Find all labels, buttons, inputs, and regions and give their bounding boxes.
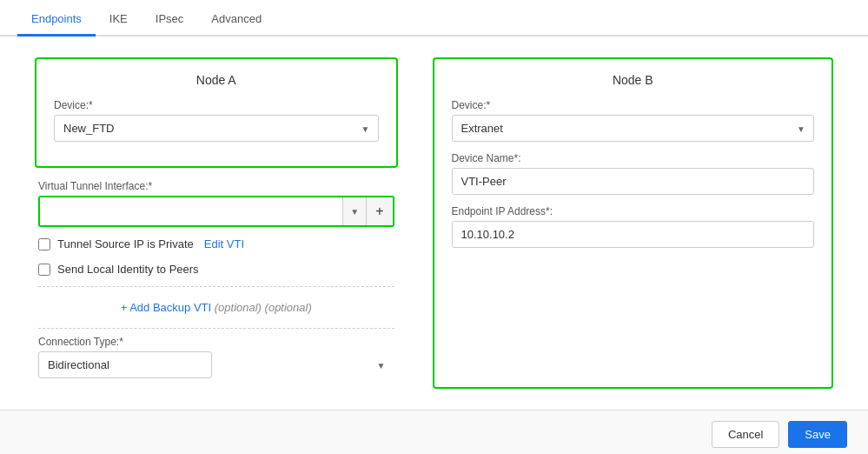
footer: Cancel Save xyxy=(0,410,868,454)
node-b-device-wrapper: Extranet Other ▼ xyxy=(452,115,815,142)
node-b-device-name-input[interactable] xyxy=(452,168,815,195)
node-a-device-select[interactable]: New_FTD Other xyxy=(54,115,379,142)
node-b-title: Node B xyxy=(452,73,815,87)
vti-label: Virtual Tunnel Interface:* xyxy=(38,180,394,192)
node-a-extra: Virtual Tunnel Interface:* ▼ + Tunnel So… xyxy=(35,180,398,389)
tab-endpoints[interactable]: Endpoints xyxy=(17,3,96,37)
edit-vti-link[interactable]: Edit VTI xyxy=(204,237,244,250)
node-a-device-label: Device:* xyxy=(54,99,379,111)
add-backup-vti-row: + Add Backup VTI (optional) (optional) xyxy=(38,294,394,321)
tab-ike[interactable]: IKE xyxy=(96,3,142,37)
send-local-checkbox[interactable] xyxy=(38,264,50,276)
node-b-endpoint-ip-input[interactable] xyxy=(452,221,815,248)
send-local-row: Send Local Identity to Peers xyxy=(38,259,394,279)
connection-type-arrow-icon: ▼ xyxy=(377,360,386,370)
divider xyxy=(38,286,394,287)
node-b-device-name-label: Device Name*: xyxy=(452,152,815,164)
vti-input-row: ▼ + xyxy=(38,196,394,227)
send-local-label: Send Local Identity to Peers xyxy=(57,263,199,276)
cancel-button[interactable]: Cancel xyxy=(712,421,779,448)
node-b-device-select[interactable]: Extranet Other xyxy=(452,115,815,142)
tab-advanced[interactable]: Advanced xyxy=(197,3,275,37)
add-backup-optional: (optional) xyxy=(215,301,262,314)
content-area: Node A Device:* New_FTD Other ▼ Virtual … xyxy=(0,37,868,410)
node-a-device-wrapper: New_FTD Other ▼ xyxy=(54,115,379,142)
connection-type-wrapper: Bidirectional Answer Only Originate Only… xyxy=(38,351,394,378)
node-b-device-label: Device:* xyxy=(452,99,815,111)
connection-type-label: Connection Type:* xyxy=(38,336,394,348)
divider2 xyxy=(38,328,394,329)
vti-input[interactable] xyxy=(40,197,342,225)
add-backup-vti-link[interactable]: + Add Backup VTI xyxy=(121,301,215,314)
tab-ipsec[interactable]: IPsec xyxy=(142,3,198,37)
tunnel-source-row: Tunnel Source IP is Private Edit VTI xyxy=(38,234,394,254)
main-container: Endpoints IKE IPsec Advanced Node A Devi… xyxy=(0,0,868,454)
node-a-title: Node A xyxy=(54,73,379,87)
node-b-panel: Node B Device:* Extranet Other ▼ Device … xyxy=(433,57,834,389)
tunnel-source-label: Tunnel Source IP is Private xyxy=(57,237,194,250)
add-backup-optional-text: (optional) xyxy=(265,301,312,314)
tab-bar: Endpoints IKE IPsec Advanced xyxy=(0,0,868,37)
node-a-panel: Node A Device:* New_FTD Other ▼ xyxy=(35,57,398,168)
left-column: Node A Device:* New_FTD Other ▼ Virtual … xyxy=(35,57,398,389)
connection-type-select[interactable]: Bidirectional Answer Only Originate Only xyxy=(38,351,212,378)
vti-section: Virtual Tunnel Interface:* ▼ + xyxy=(38,180,394,227)
save-button[interactable]: Save xyxy=(788,421,847,448)
tunnel-source-checkbox[interactable] xyxy=(38,238,50,250)
connection-type-section: Connection Type:* Bidirectional Answer O… xyxy=(38,336,394,378)
vti-dropdown-button[interactable]: ▼ xyxy=(342,197,366,225)
node-b-endpoint-ip-label: Endpoint IP Address*: xyxy=(452,205,815,217)
vti-add-button[interactable]: + xyxy=(366,197,392,225)
